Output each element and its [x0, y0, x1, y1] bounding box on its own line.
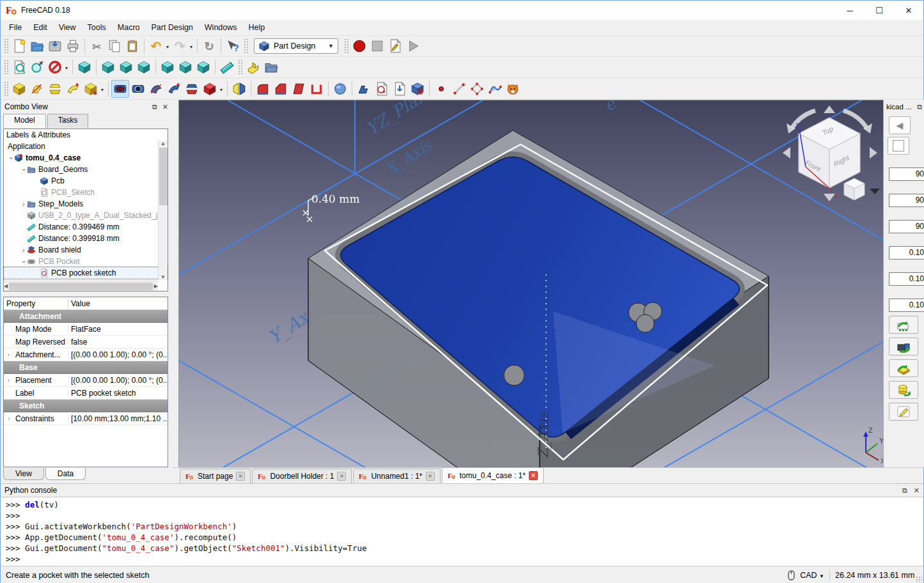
create-bspline-button[interactable] — [486, 80, 504, 98]
tree-item-pcb-pocket-sketch[interactable]: PCB pocket sketch — [4, 267, 168, 279]
toolbar-handle[interactable] — [4, 59, 8, 75]
hole-button[interactable] — [129, 80, 147, 98]
chamfer-button[interactable] — [272, 80, 290, 98]
create-sketch-button[interactable] — [373, 80, 391, 98]
kicad-export-cylinder-button[interactable] — [889, 381, 918, 399]
kicad-spinbox-3[interactable]: 0.10 — [889, 246, 924, 260]
macro-edit-button[interactable] — [386, 37, 404, 55]
close-tab-icon[interactable]: ✕ — [529, 471, 538, 480]
open-document-button[interactable] — [28, 37, 46, 55]
property-row[interactable]: ›Placement[(0.00 0.00 1.00); 0.00 °; (0.… — [4, 374, 168, 387]
document-tab-tomu-0-4-case-1-[interactable]: Ftomu_0.4_case : 1*✕ — [442, 467, 544, 483]
dropdown-arrow-icon[interactable]: ▾ — [65, 65, 68, 71]
toolbar-handle[interactable] — [344, 38, 348, 54]
tree-item-distance-0-399469-mm[interactable]: Distance: 0.399469 mm — [4, 221, 168, 233]
pad-button[interactable] — [10, 80, 28, 98]
tab-data[interactable]: Data — [45, 468, 86, 480]
kicad-float-icon[interactable]: ⧉ — [917, 103, 922, 111]
copy-button[interactable] — [106, 37, 123, 55]
boolean-operation-button[interactable] — [230, 80, 248, 98]
measure-distance-button[interactable] — [218, 58, 236, 76]
property-row[interactable]: Map Reversedfalse — [4, 336, 168, 348]
additive-primitives-button[interactable]: ▾ — [82, 80, 100, 98]
property-row[interactable]: Map ModeFlatFace — [4, 323, 168, 336]
dropdown-arrow-icon[interactable]: ▾ — [190, 44, 192, 50]
view-top-button[interactable] — [117, 58, 135, 76]
tab-view[interactable]: View — [3, 468, 44, 480]
menu-edit[interactable]: Edit — [27, 20, 53, 35]
whats-this-button[interactable]: ? — [224, 37, 242, 55]
tree-item-pcb-pocket[interactable]: ›PCB Pocket — [4, 256, 168, 267]
kicad-export-pcb-button[interactable] — [889, 316, 918, 334]
additive-loft-button[interactable] — [46, 80, 64, 98]
3d-viewport[interactable]: YZ_Plane X_Axis Y_Axis e — [178, 100, 883, 467]
tree-horizontal-scrollbar[interactable]: ◀▶ — [4, 281, 158, 291]
refresh-button[interactable]: ↻ — [200, 37, 218, 55]
new-document-button[interactable] — [10, 37, 28, 55]
expander-open-icon[interactable]: › — [20, 166, 27, 173]
close-tab-icon[interactable]: ✕ — [426, 472, 435, 481]
python-console[interactable]: >>> del(tv)>>>>>> Gui.activateWorkbench(… — [1, 497, 923, 566]
carbon-copy-button[interactable] — [504, 80, 522, 98]
property-column-header[interactable]: Property — [4, 299, 68, 308]
create-point-button[interactable] — [432, 80, 450, 98]
tree-item-step-models[interactable]: ›Step_Models — [4, 198, 168, 210]
kicad-import-ic-button[interactable] — [889, 338, 918, 355]
view-right-button[interactable] — [135, 58, 153, 76]
fit-all-button[interactable] — [10, 58, 28, 76]
tab-model[interactable]: Model — [3, 114, 46, 128]
document-tab-doorbell-holder-1[interactable]: FDoorbell Holder : 1✕ — [252, 469, 352, 483]
map-sketch-button[interactable] — [409, 80, 427, 98]
property-value[interactable]: FlatFace — [68, 325, 168, 334]
cut-button[interactable]: ✂ — [88, 37, 106, 55]
draft-button[interactable] — [290, 80, 308, 98]
revolution-button[interactable] — [28, 80, 46, 98]
nav-corner-cube[interactable] — [844, 178, 865, 200]
dropdown-arrow-icon[interactable]: ▾ — [101, 87, 104, 93]
macro-play-button[interactable] — [404, 37, 422, 55]
kicad-blank-button[interactable] — [888, 137, 909, 155]
property-value[interactable]: [(0.00 0.00 1.00); 0.00 °; (0.... — [68, 350, 168, 359]
create-body-button[interactable] — [355, 80, 373, 98]
close-tab-icon[interactable]: ✕ — [337, 472, 346, 481]
draw-style-button[interactable]: ▾ — [46, 58, 64, 76]
property-value[interactable]: PCB pocket sketch — [68, 389, 168, 398]
tree-item-board-shield[interactable]: ›Board shield — [4, 244, 168, 256]
subtractive-primitives-button[interactable]: ▾ — [201, 80, 219, 98]
menu-part-design[interactable]: Part Design — [146, 20, 199, 35]
create-polygon-button[interactable] — [468, 80, 486, 98]
expander-closed-icon[interactable]: › — [20, 201, 27, 208]
menu-view[interactable]: View — [53, 20, 82, 35]
nav-style-selector[interactable]: CAD ▼ — [800, 571, 824, 580]
kicad-spinbox-2[interactable]: 90 — [889, 220, 924, 233]
toolbar-handle[interactable] — [4, 81, 8, 97]
document-tab-unnamed1-1-[interactable]: FUnnamed1 : 1*✕ — [353, 469, 440, 483]
property-value[interactable]: false — [68, 338, 168, 346]
additive-pipe-button[interactable] — [64, 80, 82, 98]
kicad-spinbox-5[interactable]: 0.10 — [889, 299, 924, 312]
view-front-button[interactable] — [99, 58, 117, 76]
expander-closed-icon[interactable]: › — [20, 247, 27, 254]
kicad-export-box-button[interactable] — [889, 359, 918, 377]
menu-help[interactable]: Help — [243, 20, 271, 35]
subtractive-pipe-button[interactable] — [165, 80, 183, 98]
fillet-button[interactable] — [254, 80, 272, 98]
property-value[interactable]: [(0.00 0.00 1.00); 0.00 °; (0.... — [68, 376, 168, 385]
view-axonometric-button[interactable] — [75, 58, 93, 76]
pocket-button[interactable] — [111, 80, 129, 98]
tree-item-tomu-0-4-case[interactable]: ›tomu_0.4_case — [4, 152, 168, 164]
view-left-button[interactable] — [194, 58, 212, 76]
menu-macro[interactable]: Macro — [112, 20, 146, 35]
toolbar-handle[interactable] — [244, 38, 248, 54]
view-rear-button[interactable] — [159, 58, 176, 76]
toolbar-handle[interactable] — [4, 38, 8, 54]
macro-stop-button[interactable] — [368, 37, 386, 55]
tree-item-pcb-sketch[interactable]: PCB_Sketch — [4, 187, 168, 198]
workbench-selector[interactable]: Part Design▼ — [254, 38, 338, 54]
console-float-icon[interactable]: ⧉ — [902, 486, 907, 495]
redo-button[interactable]: ↷▾ — [171, 37, 189, 55]
tree-item-application[interactable]: Application — [4, 141, 168, 152]
menu-file[interactable]: File — [3, 20, 27, 35]
document-tab-start-page[interactable]: FStart page✕ — [180, 469, 251, 483]
save-document-button[interactable] — [46, 37, 64, 55]
